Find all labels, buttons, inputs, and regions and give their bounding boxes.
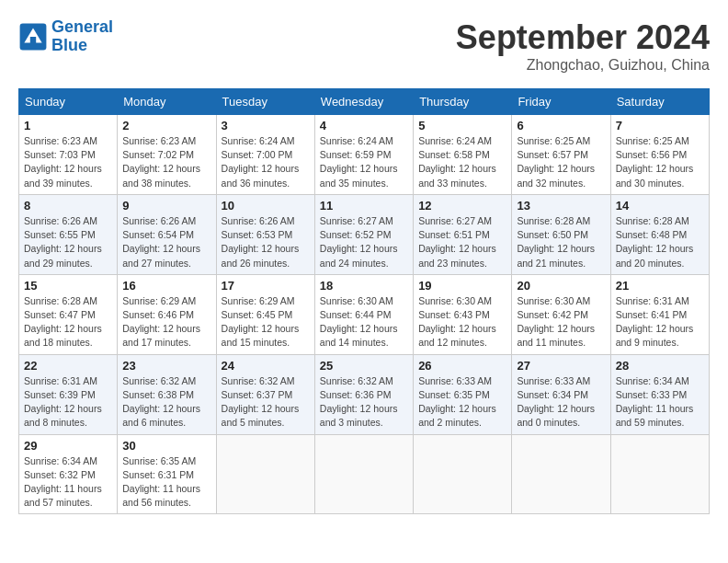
day-number: 22 — [24, 359, 112, 373]
day-number: 18 — [320, 279, 408, 293]
calendar-week-row: 22Sunrise: 6:31 AM Sunset: 6:39 PM Dayli… — [19, 354, 710, 434]
calendar-cell: 27Sunrise: 6:33 AM Sunset: 6:34 PM Dayli… — [512, 354, 610, 434]
day-number: 17 — [222, 279, 310, 293]
calendar-cell — [314, 434, 413, 514]
weekday-header: Friday — [512, 89, 610, 115]
day-number: 28 — [616, 359, 704, 373]
calendar-cell — [512, 434, 610, 514]
calendar-cell: 5Sunrise: 6:24 AM Sunset: 6:58 PM Daylig… — [414, 115, 512, 195]
calendar-cell: 8Sunrise: 6:26 AM Sunset: 6:55 PM Daylig… — [19, 194, 118, 274]
weekday-header: Thursday — [414, 89, 512, 115]
day-number: 5 — [418, 119, 506, 132]
day-detail: Sunrise: 6:26 AM Sunset: 6:55 PM Dayligh… — [24, 214, 112, 270]
day-detail: Sunrise: 6:29 AM Sunset: 6:46 PM Dayligh… — [122, 294, 210, 350]
calendar-cell: 9Sunrise: 6:26 AM Sunset: 6:54 PM Daylig… — [118, 194, 216, 274]
day-detail: Sunrise: 6:25 AM Sunset: 6:57 PM Dayligh… — [517, 134, 605, 190]
month-title: September 2024 — [456, 18, 710, 57]
day-detail: Sunrise: 6:29 AM Sunset: 6:45 PM Dayligh… — [222, 294, 310, 350]
calendar-table: SundayMondayTuesdayWednesdayThursdayFrid… — [18, 88, 710, 514]
calendar-week-row: 1Sunrise: 6:23 AM Sunset: 7:03 PM Daylig… — [19, 115, 710, 195]
day-detail: Sunrise: 6:24 AM Sunset: 6:58 PM Dayligh… — [418, 134, 506, 190]
day-number: 30 — [122, 439, 210, 453]
day-detail: Sunrise: 6:23 AM Sunset: 7:02 PM Dayligh… — [122, 134, 210, 190]
calendar-cell: 14Sunrise: 6:28 AM Sunset: 6:48 PM Dayli… — [610, 194, 709, 274]
calendar-cell: 22Sunrise: 6:31 AM Sunset: 6:39 PM Dayli… — [19, 354, 118, 434]
day-detail: Sunrise: 6:24 AM Sunset: 6:59 PM Dayligh… — [320, 134, 408, 190]
calendar-week-row: 29Sunrise: 6:34 AM Sunset: 6:32 PM Dayli… — [19, 434, 710, 514]
day-detail: Sunrise: 6:34 AM Sunset: 6:32 PM Dayligh… — [24, 454, 112, 511]
day-detail: Sunrise: 6:31 AM Sunset: 6:39 PM Dayligh… — [24, 374, 112, 431]
calendar-week-row: 15Sunrise: 6:28 AM Sunset: 6:47 PM Dayli… — [19, 274, 710, 354]
page-header: General Blue September 2024 Zhongchao, G… — [18, 18, 710, 74]
day-number: 23 — [122, 359, 210, 373]
day-number: 15 — [24, 279, 112, 293]
calendar-cell: 30Sunrise: 6:35 AM Sunset: 6:31 PM Dayli… — [118, 434, 216, 514]
day-detail: Sunrise: 6:30 AM Sunset: 6:43 PM Dayligh… — [418, 294, 506, 350]
day-number: 27 — [517, 359, 605, 373]
title-block: September 2024 Zhongchao, Guizhou, China — [456, 18, 710, 74]
logo: General Blue — [18, 18, 113, 55]
calendar-cell: 28Sunrise: 6:34 AM Sunset: 6:33 PM Dayli… — [610, 354, 709, 434]
calendar-week-row: 8Sunrise: 6:26 AM Sunset: 6:55 PM Daylig… — [19, 194, 710, 274]
day-number: 16 — [122, 279, 210, 293]
day-number: 7 — [616, 119, 704, 132]
weekday-header-row: SundayMondayTuesdayWednesdayThursdayFrid… — [19, 89, 710, 115]
calendar-cell: 19Sunrise: 6:30 AM Sunset: 6:43 PM Dayli… — [414, 274, 512, 354]
logo-line2: Blue — [51, 36, 87, 54]
day-detail: Sunrise: 6:28 AM Sunset: 6:50 PM Dayligh… — [517, 214, 605, 270]
calendar-cell: 20Sunrise: 6:30 AM Sunset: 6:42 PM Dayli… — [512, 274, 610, 354]
day-number: 1 — [24, 119, 112, 132]
logo-icon — [18, 22, 48, 52]
day-detail: Sunrise: 6:26 AM Sunset: 6:53 PM Dayligh… — [222, 214, 310, 270]
calendar-cell: 29Sunrise: 6:34 AM Sunset: 6:32 PM Dayli… — [19, 434, 118, 514]
day-detail: Sunrise: 6:24 AM Sunset: 7:00 PM Dayligh… — [222, 134, 310, 190]
day-detail: Sunrise: 6:34 AM Sunset: 6:33 PM Dayligh… — [616, 374, 704, 431]
day-number: 6 — [517, 119, 605, 132]
calendar-cell: 23Sunrise: 6:32 AM Sunset: 6:38 PM Dayli… — [118, 354, 216, 434]
day-number: 10 — [222, 199, 310, 213]
weekday-header: Tuesday — [216, 89, 314, 115]
day-number: 21 — [616, 279, 704, 293]
calendar-cell: 7Sunrise: 6:25 AM Sunset: 6:56 PM Daylig… — [610, 115, 709, 195]
calendar-cell: 13Sunrise: 6:28 AM Sunset: 6:50 PM Dayli… — [512, 194, 610, 274]
day-detail: Sunrise: 6:26 AM Sunset: 6:54 PM Dayligh… — [122, 214, 210, 270]
day-number: 8 — [24, 199, 112, 213]
day-detail: Sunrise: 6:33 AM Sunset: 6:35 PM Dayligh… — [418, 374, 506, 431]
calendar-cell: 17Sunrise: 6:29 AM Sunset: 6:45 PM Dayli… — [216, 274, 314, 354]
calendar-cell: 25Sunrise: 6:32 AM Sunset: 6:36 PM Dayli… — [314, 354, 413, 434]
day-detail: Sunrise: 6:28 AM Sunset: 6:47 PM Dayligh… — [24, 294, 112, 350]
calendar-cell: 1Sunrise: 6:23 AM Sunset: 7:03 PM Daylig… — [19, 115, 118, 195]
weekday-header: Saturday — [610, 89, 709, 115]
day-detail: Sunrise: 6:30 AM Sunset: 6:44 PM Dayligh… — [320, 294, 408, 350]
calendar-cell: 12Sunrise: 6:27 AM Sunset: 6:51 PM Dayli… — [414, 194, 512, 274]
calendar-cell — [414, 434, 512, 514]
day-number: 2 — [122, 119, 210, 132]
day-detail: Sunrise: 6:30 AM Sunset: 6:42 PM Dayligh… — [517, 294, 605, 350]
day-detail: Sunrise: 6:33 AM Sunset: 6:34 PM Dayligh… — [517, 374, 605, 431]
day-detail: Sunrise: 6:27 AM Sunset: 6:52 PM Dayligh… — [320, 214, 408, 270]
weekday-header: Wednesday — [314, 89, 413, 115]
calendar-cell: 18Sunrise: 6:30 AM Sunset: 6:44 PM Dayli… — [314, 274, 413, 354]
day-detail: Sunrise: 6:32 AM Sunset: 6:37 PM Dayligh… — [222, 374, 310, 431]
day-number: 13 — [517, 199, 605, 213]
calendar-cell — [610, 434, 709, 514]
day-number: 11 — [320, 199, 408, 213]
calendar-cell — [216, 434, 314, 514]
logo-line1: General — [51, 17, 113, 36]
day-number: 26 — [418, 359, 506, 373]
calendar-cell: 24Sunrise: 6:32 AM Sunset: 6:37 PM Dayli… — [216, 354, 314, 434]
weekday-header: Sunday — [19, 89, 118, 115]
day-number: 20 — [517, 279, 605, 293]
calendar-cell: 6Sunrise: 6:25 AM Sunset: 6:57 PM Daylig… — [512, 115, 610, 195]
calendar-cell: 26Sunrise: 6:33 AM Sunset: 6:35 PM Dayli… — [414, 354, 512, 434]
calendar-cell: 11Sunrise: 6:27 AM Sunset: 6:52 PM Dayli… — [314, 194, 413, 274]
calendar-cell: 10Sunrise: 6:26 AM Sunset: 6:53 PM Dayli… — [216, 194, 314, 274]
day-detail: Sunrise: 6:32 AM Sunset: 6:36 PM Dayligh… — [320, 374, 408, 431]
calendar-cell: 21Sunrise: 6:31 AM Sunset: 6:41 PM Dayli… — [610, 274, 709, 354]
day-number: 4 — [320, 119, 408, 132]
day-number: 19 — [418, 279, 506, 293]
calendar-cell: 4Sunrise: 6:24 AM Sunset: 6:59 PM Daylig… — [314, 115, 413, 195]
calendar-cell: 15Sunrise: 6:28 AM Sunset: 6:47 PM Dayli… — [19, 274, 118, 354]
day-number: 25 — [320, 359, 408, 373]
calendar-cell: 16Sunrise: 6:29 AM Sunset: 6:46 PM Dayli… — [118, 274, 216, 354]
